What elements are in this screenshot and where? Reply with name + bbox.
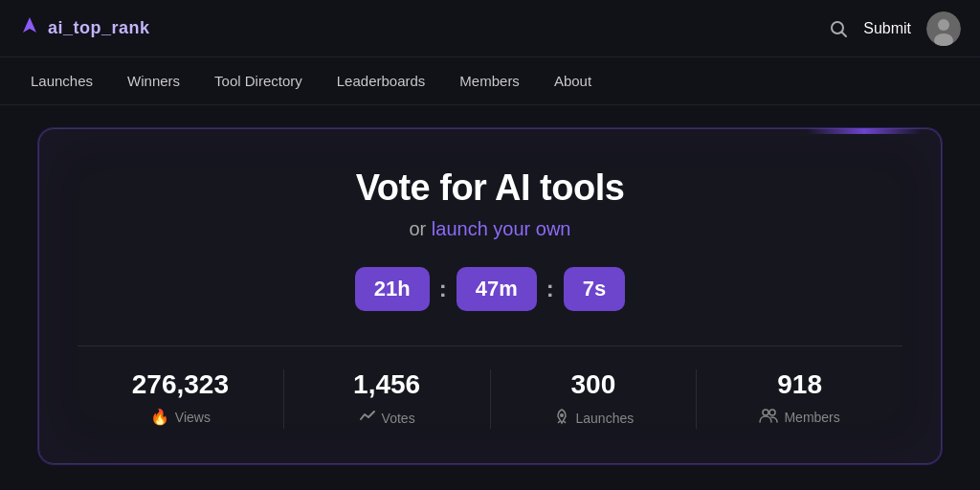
timer-seconds: 7s [564,267,625,311]
launch-link[interactable]: launch your own [432,218,571,239]
stat-views-number: 276,323 [97,369,264,400]
stat-launches-number: 300 [510,369,678,400]
svg-line-7 [558,421,560,423]
stat-votes-number: 1,456 [303,369,471,400]
search-icon [829,19,848,38]
svg-line-8 [564,421,566,423]
timer-hours: 21h [355,267,430,311]
header-actions: Submit [829,11,961,46]
header: ai_top_rank Submit [0,0,980,57]
views-icon: 🔥 [150,408,169,426]
main-nav: Launches Winners Tool Directory Leaderbo… [0,57,980,105]
logo[interactable]: ai_top_rank [19,15,150,41]
svg-point-4 [938,19,949,31]
stat-views-label: Views [175,410,211,425]
avatar[interactable] [926,11,961,46]
nav-item-launches[interactable]: Launches [15,65,108,97]
stat-views: 276,323 🔥 Views [78,369,284,429]
submit-button[interactable]: Submit [863,20,911,37]
main-content: Vote for AI tools or launch your own 21h… [0,105,980,487]
logo-text: ai_top_rank [48,18,150,38]
svg-marker-0 [23,17,36,33]
votes-icon [359,408,376,429]
svg-point-9 [763,410,768,415]
search-button[interactable] [829,19,848,38]
timer-colon-1: : [439,276,447,302]
svg-point-10 [769,410,775,415]
nav-item-about[interactable]: About [539,65,607,97]
stat-members-number: 918 [716,369,883,400]
svg-point-6 [560,413,564,417]
hero-card: Vote for AI tools or launch your own 21h… [38,128,942,464]
timer-colon-2: : [546,276,554,302]
hero-subtitle: or launch your own [78,218,902,240]
stat-votes-label: Votes [382,411,415,426]
launches-icon [553,408,570,429]
hero-title: Vote for AI tools [78,167,902,209]
stat-votes: 1,456 Votes [284,369,491,429]
stat-members: 918 Members [697,369,902,429]
nav-item-leaderboards[interactable]: Leaderboards [322,65,441,97]
nav-item-winners[interactable]: Winners [112,65,195,97]
countdown-timer: 21h : 47m : 7s [78,267,902,311]
members-icon [759,408,778,427]
hero-subtitle-static: or [410,218,432,239]
svg-line-2 [842,32,847,36]
stats-row: 276,323 🔥 Views 1,456 Votes [78,345,902,429]
nav-item-tool-directory[interactable]: Tool Directory [199,65,318,97]
stat-members-label: Members [784,410,839,425]
nav-item-members[interactable]: Members [444,65,535,97]
stat-launches: 300 Launches [491,369,698,429]
stat-launches-label: Launches [576,411,635,426]
logo-icon [19,15,40,41]
timer-minutes: 47m [457,267,537,311]
